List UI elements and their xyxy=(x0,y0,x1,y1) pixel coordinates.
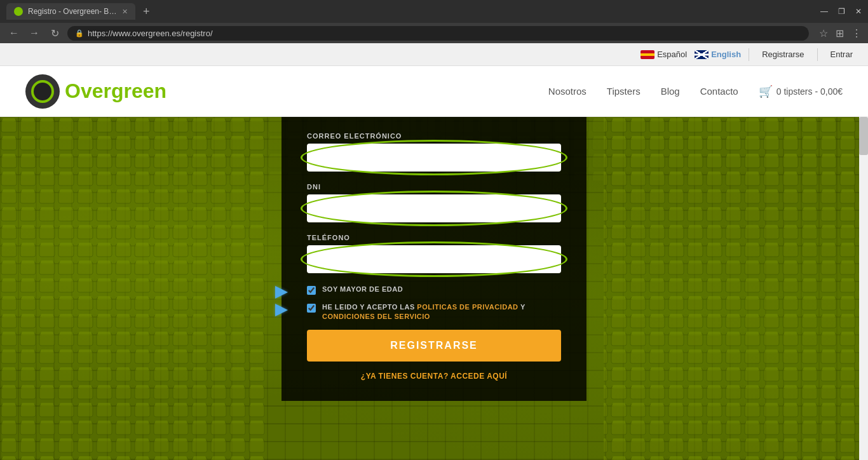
dni-input-wrapper xyxy=(307,194,561,222)
cart-label: 0 tipsters - 0,00€ xyxy=(776,86,843,97)
site-header: Overgreen Nosotros Tipsters Blog Contact… xyxy=(0,66,868,117)
dni-input[interactable] xyxy=(307,194,561,222)
back-button[interactable]: ← xyxy=(6,27,22,39)
flag-uk-icon xyxy=(695,50,709,59)
browser-action-buttons: ☆ ⊞ ⋮ xyxy=(819,27,862,39)
terms-middle: Y xyxy=(519,303,526,311)
terms-checkbox-group: HE LEIDO Y ACEPTO LAS POLITICAS DE PRIVA… xyxy=(307,302,561,322)
terms-arrow xyxy=(275,304,298,316)
browser-tab[interactable]: Registro - Overgreen- Born to w... ✕ xyxy=(6,3,135,20)
extensions-icon[interactable]: ⊞ xyxy=(836,27,844,39)
terms-prefix: HE LEIDO Y ACEPTO LAS xyxy=(322,303,417,311)
main-nav: Nosotros Tipsters Blog Contacto 🛒 0 tips… xyxy=(548,85,843,98)
divider xyxy=(749,48,749,61)
login-link-header[interactable]: Entrar xyxy=(825,47,858,62)
bookmark-icon[interactable]: ☆ xyxy=(819,27,828,39)
age-arrow-icon xyxy=(275,286,288,299)
logo-icon xyxy=(25,74,60,109)
forward-button[interactable]: → xyxy=(27,27,42,39)
phone-group: TELÉFONO xyxy=(307,234,561,273)
nav-contacto[interactable]: Contacto xyxy=(700,86,738,97)
logo-text-before: Over xyxy=(65,79,111,102)
age-checkbox-label: SOY MAYOR DE EDAD xyxy=(322,285,403,294)
age-checkbox-group: SOY MAYOR DE EDAD xyxy=(307,285,561,295)
scrollbar-thumb[interactable] xyxy=(859,117,868,155)
conditions-link[interactable]: CONDICIONES DEL SERVICIO xyxy=(322,313,430,320)
english-label: English xyxy=(711,50,741,59)
window-controls: — ❐ ✕ xyxy=(820,7,862,16)
language-spanish[interactable]: Español xyxy=(641,50,687,59)
tab-favicon xyxy=(14,7,23,16)
privacy-link[interactable]: POLITICAS DE PRIVACIDAD xyxy=(417,303,518,311)
flag-spain-icon xyxy=(641,50,654,59)
phone-input[interactable] xyxy=(307,245,561,273)
nav-blog[interactable]: Blog xyxy=(661,86,680,97)
email-label: CORREO ELECTRÓNICO xyxy=(307,132,561,140)
divider2 xyxy=(817,48,818,61)
browser-address-bar-row: ← → ↻ 🔒 https://www.overgreen.es/registr… xyxy=(0,23,868,43)
spanish-label: Español xyxy=(657,50,687,59)
tab-close-button[interactable]: ✕ xyxy=(122,8,128,16)
logo-text: Overgreen xyxy=(65,79,166,103)
phone-input-wrapper xyxy=(307,245,561,273)
lock-icon: 🔒 xyxy=(75,29,84,37)
email-input[interactable] xyxy=(307,144,561,172)
menu-icon[interactable]: ⋮ xyxy=(851,27,862,39)
cart-widget[interactable]: 🛒 0 tipsters - 0,00€ xyxy=(759,85,843,98)
age-arrow xyxy=(275,286,298,299)
logo-text-after: green xyxy=(111,79,166,102)
dni-label: DNI xyxy=(307,183,561,191)
address-bar[interactable]: 🔒 https://www.overgreen.es/registro/ xyxy=(67,26,809,41)
nav-tipsters[interactable]: Tipsters xyxy=(607,86,641,97)
close-button[interactable]: ✕ xyxy=(855,7,862,16)
nav-nosotros[interactable]: Nosotros xyxy=(548,86,587,97)
logo-icon-inner xyxy=(31,80,54,103)
age-checkbox[interactable] xyxy=(307,286,316,295)
language-english[interactable]: English xyxy=(695,50,741,59)
page-scrollbar[interactable] xyxy=(859,117,868,460)
cart-icon: 🛒 xyxy=(759,85,773,98)
email-group: CORREO ELECTRÓNICO xyxy=(307,132,561,172)
url-text: https://www.overgreen.es/registro/ xyxy=(88,29,213,38)
language-bar: Español English Registrarse Entrar xyxy=(0,43,868,66)
login-link-form[interactable]: ¿YA TIENES CUENTA? ACCEDE AQUÍ xyxy=(307,372,561,381)
dni-group: DNI xyxy=(307,183,561,222)
maximize-button[interactable]: ❐ xyxy=(838,7,845,16)
browser-tab-bar: Registro - Overgreen- Born to w... ✕ + —… xyxy=(0,0,868,23)
register-link[interactable]: Registrarse xyxy=(757,47,809,62)
tab-title: Registro - Overgreen- Born to w... xyxy=(28,7,117,16)
register-button[interactable]: REGISTRARSE xyxy=(307,330,561,362)
email-input-wrapper xyxy=(307,144,561,172)
terms-checkbox[interactable] xyxy=(307,304,316,313)
terms-arrow-icon xyxy=(275,304,288,316)
phone-label: TELÉFONO xyxy=(307,234,561,241)
registration-form: CORREO ELECTRÓNICO DNI TELÉFONO xyxy=(281,117,587,401)
minimize-button[interactable]: — xyxy=(820,7,828,16)
new-tab-button[interactable]: + xyxy=(143,5,150,18)
main-content: CORREO ELECTRÓNICO DNI TELÉFONO xyxy=(0,117,868,460)
site-logo[interactable]: Overgreen xyxy=(25,74,166,109)
refresh-button[interactable]: ↻ xyxy=(47,27,62,39)
terms-checkbox-label: HE LEIDO Y ACEPTO LAS POLITICAS DE PRIVA… xyxy=(322,302,561,322)
